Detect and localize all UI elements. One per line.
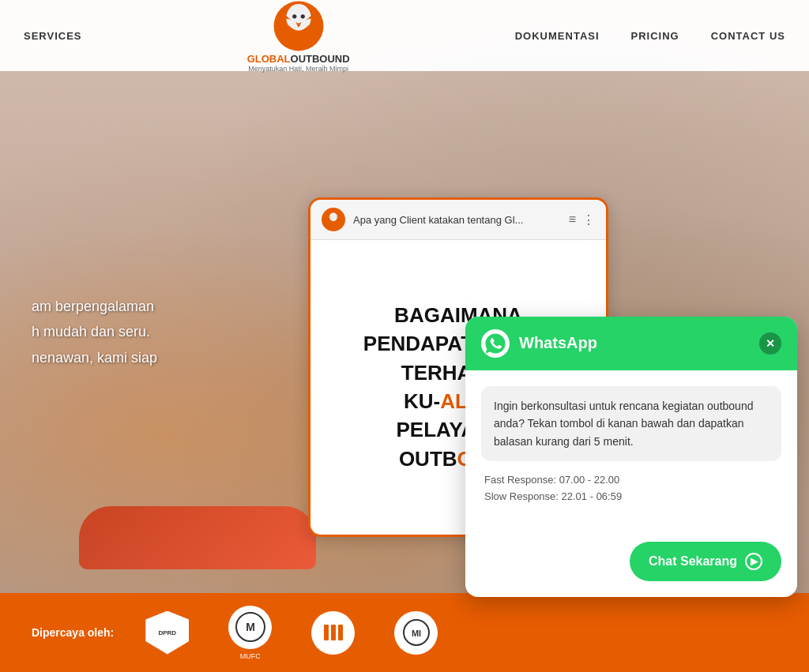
logo-tagline: Menyatukan Hati, Meraih Mimpi [248,65,348,73]
whatsapp-slow-response: Slow Response: 22.01 - 06:59 [484,490,778,502]
mufc-circle-icon: M [228,606,272,649]
nav-services[interactable]: SERVICES [24,30,82,42]
brand-logo-icon [271,0,326,54]
nav-links: DOKUMENTASI PRICING CONTACT US [515,30,785,42]
bottom-logos: DPRD M MUFC [145,606,438,660]
svg-point-2 [292,14,296,18]
nav-link-contact[interactable]: CONTACT US [711,30,785,42]
whatsapp-message-bubble: Ingin berkonsultasi untuk rencana kegiat… [481,386,781,461]
svg-text:M: M [246,621,255,633]
svg-point-4 [329,212,337,221]
partner-logo-iii [311,611,355,655]
send-icon: ▶ [745,553,762,570]
whatsapp-close-button[interactable]: ✕ [759,332,781,355]
whatsapp-fast-response: Fast Response: 07.00 - 22.00 [484,474,778,486]
partner-logo-mufc: M MUFC [228,606,272,660]
video-more-icon[interactable]: ⋮ [582,212,595,227]
nav-link-dokumentasi[interactable]: DOKUMENTASI [515,30,600,42]
svg-rect-10 [331,625,336,640]
iii-icon [311,611,355,655]
dprd-text: DPRD [158,629,176,636]
video-menu-icon[interactable]: ≡ [569,212,576,227]
video-title: Apa yang Client katakan tentang Gl... [353,214,561,226]
svg-rect-11 [338,625,343,640]
logo-text: GLOBALOUTBOUND [247,54,350,65]
video-logo-icon [322,208,345,231]
whatsapp-title: WhatsApp [519,334,750,352]
mi-svg: MI [401,617,432,648]
svg-point-3 [300,14,304,18]
whatsapp-footer: Chat Sekarang ▶ [465,534,797,597]
svg-rect-9 [324,625,329,640]
partner-logo-mi: MI [394,611,438,655]
whatsapp-icon [481,329,510,358]
logo-global: GLOBAL [247,53,291,65]
dprd-shield-icon: DPRD [145,611,189,655]
logo-area: GLOBALOUTBOUND Menyatukan Hati, Meraih M… [247,0,350,73]
whatsapp-chat-button[interactable]: Chat Sekarang ▶ [630,542,781,581]
whatsapp-message-text: Ingin berkonsultasi untuk rencana kegiat… [494,397,769,450]
video-controls[interactable]: ≡ ⋮ [569,212,595,227]
whatsapp-body: Ingin berkonsultasi untuk rencana kegiat… [465,370,797,534]
whatsapp-popup: WhatsApp ✕ Ingin berkonsultasi untuk ren… [465,317,797,597]
partner-logo-dprd: DPRD [145,611,189,655]
bottom-bar: Dipercaya oleh: DPRD M MUFC [0,593,809,672]
svg-text:MI: MI [412,629,421,638]
navbar: SERVICES GLOBALOUTBOUND Menyatukan Hati,… [0,0,809,71]
logo-outbound: OUTBOUND [291,53,350,65]
mi-icon: MI [394,611,438,655]
whatsapp-schedule: Fast Response: 07.00 - 22.00 Slow Respon… [481,474,781,502]
mufc-label: MUFC [240,652,261,660]
bottom-bar-label: Dipercaya oleh: [32,626,114,639]
nav-left: SERVICES [24,30,82,42]
iii-svg [318,617,349,648]
whatsapp-header: WhatsApp ✕ [465,317,797,370]
nav-link-pricing[interactable]: PRICING [631,30,679,42]
mufc-icon-svg: M [235,611,266,643]
whatsapp-chat-label: Chat Sekarang [649,554,737,569]
video-card-header: Apa yang Client katakan tentang Gl... ≡ … [310,200,606,240]
